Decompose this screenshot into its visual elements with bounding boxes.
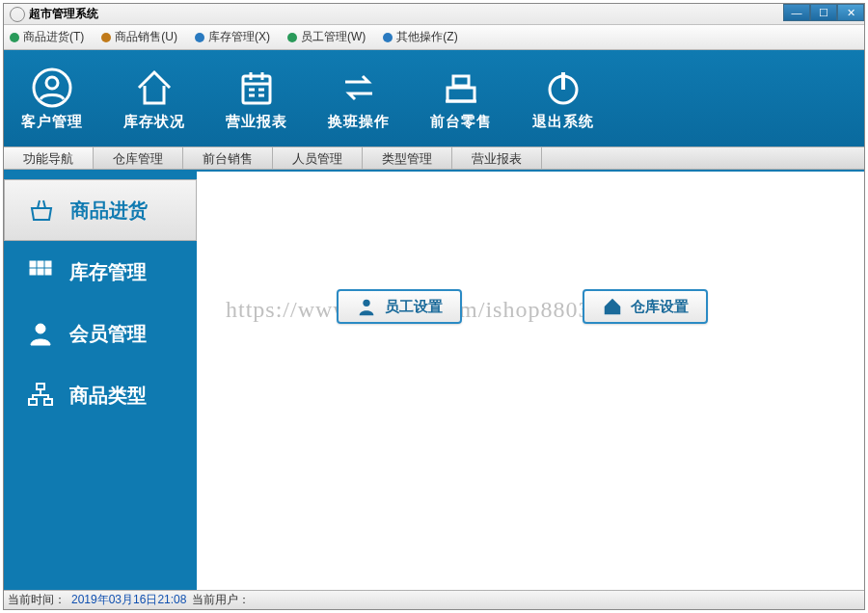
svg-point-16 [363, 300, 369, 306]
svg-rect-4 [453, 76, 469, 86]
svg-rect-6 [30, 261, 36, 267]
swap-icon [338, 67, 380, 109]
dot-icon [195, 33, 204, 42]
sidebar-item-goods-in[interactable]: 商品进货 [4, 179, 197, 241]
status-time-label: 当前时间： [8, 592, 66, 608]
tab-nav[interactable]: 功能导航 [4, 147, 94, 169]
tab-warehouse[interactable]: 仓库管理 [94, 147, 183, 169]
user-icon [27, 320, 54, 347]
org-icon [27, 382, 54, 409]
close-button[interactable]: ✕ [837, 4, 864, 21]
svg-point-1 [46, 77, 58, 89]
svg-rect-3 [448, 88, 475, 101]
user-icon [31, 67, 73, 109]
minimize-button[interactable]: — [783, 4, 810, 21]
app-icon [10, 7, 25, 22]
svg-rect-8 [45, 261, 51, 267]
tab-type[interactable]: 类型管理 [363, 147, 452, 169]
statusbar: 当前时间： 2019年03月16日21:08 当前用户： [4, 590, 864, 609]
home-icon [602, 296, 623, 317]
status-time-value: 2019年03月16日21:08 [71, 592, 186, 608]
tab-pos-sale[interactable]: 前台销售 [183, 147, 273, 169]
power-icon [542, 67, 584, 109]
svg-rect-14 [29, 399, 37, 405]
sidebar: 商品进货 库存管理 会员管理 商品类型 [4, 170, 197, 590]
dot-icon [101, 33, 111, 42]
ribbon-report[interactable]: 营业报表 [226, 67, 287, 131]
menu-item-goods-in[interactable]: 商品进货(T) [10, 29, 84, 45]
svg-rect-13 [37, 384, 44, 389]
svg-rect-2 [243, 76, 270, 103]
ribbon-exit[interactable]: 退出系统 [532, 67, 594, 131]
menu-item-other[interactable]: 其他操作(Z) [383, 29, 457, 45]
sidebar-item-member[interactable]: 会员管理 [4, 303, 197, 364]
menu-item-staff[interactable]: 员工管理(W) [287, 29, 366, 45]
user-icon [356, 296, 377, 317]
menubar: 商品进货(T) 商品销售(U) 库存管理(X) 员工管理(W) 其他操作(Z) [4, 25, 864, 50]
sidebar-item-type[interactable]: 商品类型 [4, 364, 197, 426]
tabbar: 功能导航 仓库管理 前台销售 人员管理 类型管理 营业报表 [4, 147, 864, 170]
svg-rect-15 [44, 399, 52, 405]
ribbon-inventory-status[interactable]: 库存状况 [123, 67, 185, 131]
dot-icon [10, 33, 19, 42]
content-area: https://www.huzhan.com/ishop8803 员工设置 仓库… [197, 170, 864, 590]
status-user-label: 当前用户： [192, 592, 250, 608]
ribbon-shift[interactable]: 换班操作 [328, 67, 390, 131]
dot-icon [287, 33, 297, 42]
sidebar-item-inventory[interactable]: 库存管理 [4, 241, 197, 303]
warehouse-settings-button[interactable]: 仓库设置 [583, 289, 708, 324]
home-icon [133, 67, 176, 109]
svg-rect-10 [38, 269, 43, 275]
window-title: 超市管理系统 [29, 6, 98, 22]
menu-item-goods-sale[interactable]: 商品销售(U) [101, 29, 177, 45]
svg-rect-11 [45, 269, 51, 275]
basket-icon [28, 197, 55, 224]
menu-item-inventory[interactable]: 库存管理(X) [195, 29, 270, 45]
ribbon-customer[interactable]: 客户管理 [21, 67, 83, 131]
ribbon: 客户管理 库存状况 营业报表 换班操作 前台零售 退出系统 [4, 50, 864, 147]
grid-icon [27, 258, 54, 285]
calendar-icon [235, 67, 278, 109]
tab-personnel[interactable]: 人员管理 [273, 147, 363, 169]
staff-settings-button[interactable]: 员工设置 [337, 289, 462, 324]
watermark-text: https://www.huzhan.com/ishop8803 [226, 297, 854, 323]
svg-point-12 [36, 324, 45, 333]
svg-rect-9 [30, 269, 36, 275]
titlebar: 超市管理系统 — ☐ ✕ [4, 4, 864, 25]
tab-report[interactable]: 营业报表 [452, 147, 542, 169]
register-icon [440, 67, 482, 109]
maximize-button[interactable]: ☐ [810, 4, 837, 21]
ribbon-pos[interactable]: 前台零售 [430, 67, 492, 131]
dot-icon [383, 33, 393, 42]
svg-rect-7 [38, 261, 43, 267]
